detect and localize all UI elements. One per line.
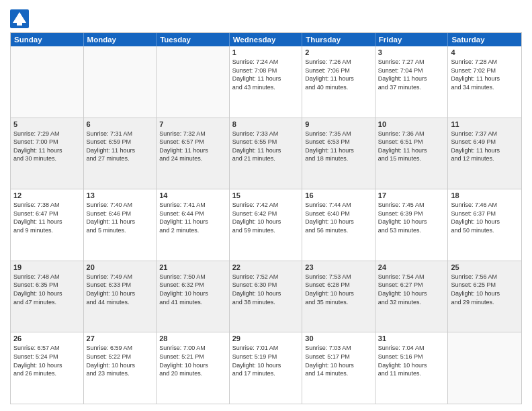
day-info: Sunrise: 7:01 AM Sunset: 5:19 PM Dayligh… (232, 344, 300, 377)
day-cell-6: 6Sunrise: 7:31 AM Sunset: 6:59 PM Daylig… (84, 118, 157, 189)
empty-cell (11, 46, 84, 118)
day-number: 26 (13, 334, 81, 342)
day-cell-1: 1Sunrise: 7:24 AM Sunset: 7:08 PM Daylig… (230, 46, 303, 118)
day-number: 15 (232, 191, 300, 199)
logo-icon (10, 9, 29, 28)
day-info: Sunrise: 6:59 AM Sunset: 5:22 PM Dayligh… (87, 344, 154, 377)
day-info: Sunrise: 7:42 AM Sunset: 6:42 PM Dayligh… (232, 201, 300, 234)
day-cell-17: 17Sunrise: 7:45 AM Sunset: 6:39 PM Dayli… (375, 189, 449, 261)
calendar-row-0: 1Sunrise: 7:24 AM Sunset: 7:08 PM Daylig… (11, 46, 521, 118)
day-info: Sunrise: 7:03 AM Sunset: 5:17 PM Dayligh… (305, 344, 372, 377)
empty-cell (157, 46, 230, 118)
day-cell-23: 23Sunrise: 7:53 AM Sunset: 6:28 PM Dayli… (302, 261, 375, 332)
page: SundayMondayTuesdayWednesdayThursdayFrid… (0, 0, 532, 411)
day-info: Sunrise: 7:38 AM Sunset: 6:47 PM Dayligh… (13, 201, 81, 234)
day-info: Sunrise: 7:27 AM Sunset: 7:04 PM Dayligh… (378, 58, 445, 91)
day-number: 25 (451, 263, 519, 271)
day-cell-7: 7Sunrise: 7:32 AM Sunset: 6:57 PM Daylig… (157, 118, 230, 189)
day-info: Sunrise: 7:53 AM Sunset: 6:28 PM Dayligh… (305, 273, 372, 306)
day-info: Sunrise: 7:28 AM Sunset: 7:02 PM Dayligh… (451, 58, 519, 91)
day-number: 14 (159, 191, 226, 199)
day-number: 4 (451, 48, 519, 56)
day-number: 18 (451, 191, 519, 199)
day-number: 21 (159, 263, 226, 271)
calendar-row-2: 12Sunrise: 7:38 AM Sunset: 6:47 PM Dayli… (11, 189, 521, 261)
day-info: Sunrise: 7:54 AM Sunset: 6:27 PM Dayligh… (378, 273, 445, 306)
day-cell-16: 16Sunrise: 7:44 AM Sunset: 6:40 PM Dayli… (302, 189, 375, 261)
day-info: Sunrise: 7:56 AM Sunset: 6:25 PM Dayligh… (451, 273, 519, 306)
day-info: Sunrise: 7:40 AM Sunset: 6:46 PM Dayligh… (87, 201, 154, 234)
day-number: 2 (305, 48, 372, 56)
day-number: 8 (232, 120, 300, 128)
header (10, 7, 522, 28)
day-number: 16 (305, 191, 372, 199)
day-info: Sunrise: 7:52 AM Sunset: 6:30 PM Dayligh… (232, 273, 300, 306)
day-info: Sunrise: 7:04 AM Sunset: 5:16 PM Dayligh… (378, 344, 445, 377)
day-cell-25: 25Sunrise: 7:56 AM Sunset: 6:25 PM Dayli… (448, 261, 521, 332)
empty-cell (448, 332, 521, 404)
day-cell-4: 4Sunrise: 7:28 AM Sunset: 7:02 PM Daylig… (448, 46, 521, 118)
empty-cell (84, 46, 157, 118)
day-number: 5 (13, 120, 81, 128)
day-number: 29 (232, 334, 300, 342)
day-info: Sunrise: 7:35 AM Sunset: 6:53 PM Dayligh… (305, 130, 372, 163)
day-cell-18: 18Sunrise: 7:46 AM Sunset: 6:37 PM Dayli… (448, 189, 521, 261)
calendar-header: SundayMondayTuesdayWednesdayThursdayFrid… (11, 33, 521, 46)
day-cell-19: 19Sunrise: 7:48 AM Sunset: 6:35 PM Dayli… (11, 261, 84, 332)
day-info: Sunrise: 7:29 AM Sunset: 7:00 PM Dayligh… (13, 130, 81, 163)
header-day-sunday: Sunday (11, 33, 84, 46)
day-cell-31: 31Sunrise: 7:04 AM Sunset: 5:16 PM Dayli… (375, 332, 449, 404)
day-number: 1 (232, 48, 300, 56)
day-number: 12 (13, 191, 81, 199)
day-number: 13 (87, 191, 154, 199)
day-info: Sunrise: 7:49 AM Sunset: 6:33 PM Dayligh… (87, 273, 154, 306)
day-cell-21: 21Sunrise: 7:50 AM Sunset: 6:32 PM Dayli… (157, 261, 230, 332)
day-cell-2: 2Sunrise: 7:26 AM Sunset: 7:06 PM Daylig… (302, 46, 375, 118)
day-number: 31 (378, 334, 445, 342)
day-number: 20 (87, 263, 154, 271)
day-cell-8: 8Sunrise: 7:33 AM Sunset: 6:55 PM Daylig… (230, 118, 303, 189)
day-cell-28: 28Sunrise: 7:00 AM Sunset: 5:21 PM Dayli… (157, 332, 230, 404)
calendar: SundayMondayTuesdayWednesdayThursdayFrid… (10, 32, 522, 404)
day-cell-22: 22Sunrise: 7:52 AM Sunset: 6:30 PM Dayli… (230, 261, 303, 332)
day-info: Sunrise: 7:00 AM Sunset: 5:21 PM Dayligh… (159, 344, 226, 377)
day-cell-13: 13Sunrise: 7:40 AM Sunset: 6:46 PM Dayli… (84, 189, 157, 261)
day-cell-10: 10Sunrise: 7:36 AM Sunset: 6:51 PM Dayli… (375, 118, 449, 189)
day-cell-24: 24Sunrise: 7:54 AM Sunset: 6:27 PM Dayli… (375, 261, 449, 332)
day-info: Sunrise: 7:44 AM Sunset: 6:40 PM Dayligh… (305, 201, 372, 234)
day-number: 24 (378, 263, 445, 271)
day-info: Sunrise: 7:32 AM Sunset: 6:57 PM Dayligh… (159, 130, 226, 163)
day-info: Sunrise: 7:45 AM Sunset: 6:39 PM Dayligh… (378, 201, 445, 234)
logo (10, 9, 30, 28)
day-info: Sunrise: 7:48 AM Sunset: 6:35 PM Dayligh… (13, 273, 81, 306)
day-number: 30 (305, 334, 372, 342)
calendar-body: 1Sunrise: 7:24 AM Sunset: 7:08 PM Daylig… (11, 46, 521, 404)
day-number: 19 (13, 263, 81, 271)
day-cell-11: 11Sunrise: 7:37 AM Sunset: 6:49 PM Dayli… (448, 118, 521, 189)
day-number: 10 (378, 120, 445, 128)
day-info: Sunrise: 7:26 AM Sunset: 7:06 PM Dayligh… (305, 58, 372, 91)
header-day-tuesday: Tuesday (157, 33, 230, 46)
header-day-thursday: Thursday (302, 33, 375, 46)
calendar-row-4: 26Sunrise: 6:57 AM Sunset: 5:24 PM Dayli… (11, 332, 521, 404)
day-info: Sunrise: 7:37 AM Sunset: 6:49 PM Dayligh… (451, 130, 519, 163)
day-cell-12: 12Sunrise: 7:38 AM Sunset: 6:47 PM Dayli… (11, 189, 84, 261)
day-info: Sunrise: 7:41 AM Sunset: 6:44 PM Dayligh… (159, 201, 226, 234)
day-cell-20: 20Sunrise: 7:49 AM Sunset: 6:33 PM Dayli… (84, 261, 157, 332)
day-number: 17 (378, 191, 445, 199)
day-cell-26: 26Sunrise: 6:57 AM Sunset: 5:24 PM Dayli… (11, 332, 84, 404)
day-info: Sunrise: 7:33 AM Sunset: 6:55 PM Dayligh… (232, 130, 300, 163)
header-day-friday: Friday (375, 33, 449, 46)
day-number: 27 (87, 334, 154, 342)
day-number: 28 (159, 334, 226, 342)
calendar-row-3: 19Sunrise: 7:48 AM Sunset: 6:35 PM Dayli… (11, 261, 521, 333)
header-day-monday: Monday (84, 33, 157, 46)
day-cell-29: 29Sunrise: 7:01 AM Sunset: 5:19 PM Dayli… (230, 332, 303, 404)
day-cell-14: 14Sunrise: 7:41 AM Sunset: 6:44 PM Dayli… (157, 189, 230, 261)
day-info: Sunrise: 7:24 AM Sunset: 7:08 PM Dayligh… (232, 58, 300, 91)
day-info: Sunrise: 7:31 AM Sunset: 6:59 PM Dayligh… (87, 130, 154, 163)
day-number: 3 (378, 48, 445, 56)
day-info: Sunrise: 7:36 AM Sunset: 6:51 PM Dayligh… (378, 130, 445, 163)
day-cell-3: 3Sunrise: 7:27 AM Sunset: 7:04 PM Daylig… (375, 46, 449, 118)
svg-rect-2 (17, 23, 22, 26)
